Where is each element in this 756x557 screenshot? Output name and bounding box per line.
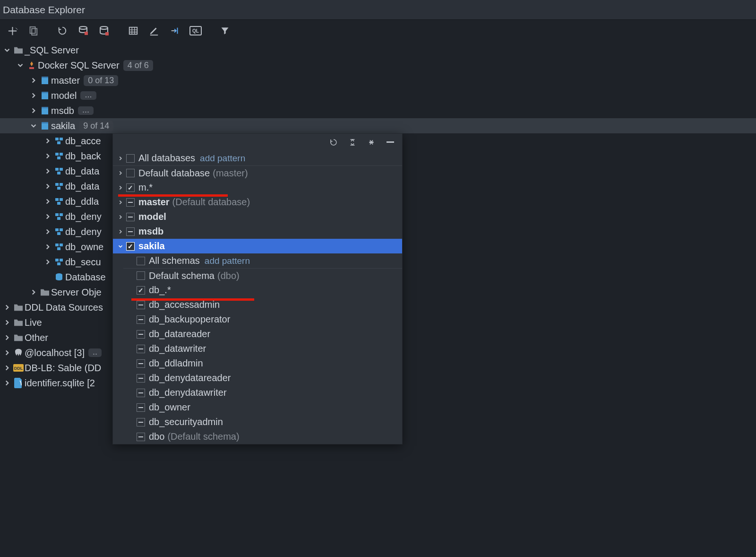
tree-node-model[interactable]: model ... (0, 88, 756, 103)
schema-icon (53, 212, 65, 221)
popup-schema[interactable]: db_denydatareader (123, 371, 402, 385)
svg-rect-17 (55, 138, 59, 140)
tree-label: db_back (65, 151, 101, 162)
schema-icon (53, 152, 65, 160)
svg-rect-22 (57, 157, 60, 159)
popup-schema[interactable]: db_securityadmin (123, 415, 402, 429)
popup-default-database[interactable]: Default database (master) (113, 165, 402, 180)
checkbox-icon[interactable] (137, 286, 145, 295)
expand-all-button[interactable] (344, 135, 361, 149)
tree-node-docker[interactable]: Docker SQL Server 4 of 6 (0, 58, 756, 73)
tree-node-master[interactable]: master 0 of 13 (0, 73, 756, 88)
svg-rect-20 (55, 153, 59, 156)
svg-rect-12 (42, 92, 48, 93)
popup-pattern-db[interactable]: db_.* (123, 283, 402, 297)
svg-rect-13 (42, 108, 48, 114)
checkbox-icon[interactable] (126, 242, 135, 251)
checkbox-icon[interactable] (126, 227, 135, 236)
checkbox-icon[interactable] (137, 389, 145, 397)
tree-node-sql-server-group[interactable]: _SQL Server (0, 43, 756, 58)
popup-db-model[interactable]: model (113, 209, 402, 224)
tree-label: Other (25, 332, 48, 343)
checkbox-icon[interactable] (137, 433, 145, 441)
checkbox-icon[interactable] (137, 330, 145, 339)
tree-label: db_deny (65, 226, 102, 237)
checkbox-icon[interactable] (137, 257, 145, 265)
popup-db-master[interactable]: master (Default database) (113, 195, 402, 209)
filter-button[interactable] (215, 21, 234, 40)
popup-schema-dbo[interactable]: dbo(Default schema) (123, 429, 402, 444)
svg-rect-24 (60, 168, 63, 171)
popup-all-schemas[interactable]: All schemas add pattern (123, 253, 402, 268)
svg-rect-43 (57, 262, 60, 265)
svg-rect-6 (129, 27, 137, 35)
tree-label: db_data (65, 166, 99, 177)
popup-label: db_backupoperator (149, 314, 230, 325)
popup-schema[interactable]: db_datareader (123, 327, 402, 341)
svg-rect-14 (42, 107, 48, 108)
folder-icon (12, 303, 25, 312)
deactivate-button[interactable] (94, 21, 113, 40)
panel-title: Database Explorer (0, 0, 756, 20)
duplicate-button[interactable] (24, 21, 43, 40)
popup-schema[interactable]: db_denydatawriter (123, 385, 402, 400)
tree-node-sakila[interactable]: sakila 9 of 14 (0, 118, 756, 133)
checkbox-icon[interactable] (126, 198, 135, 207)
count-badge: 0 of 13 (84, 75, 118, 86)
popup-label: Default schema (149, 270, 215, 281)
edit-button[interactable] (145, 21, 163, 40)
popup-default-schema[interactable]: Default schema (dbo) (123, 268, 402, 283)
checkbox-icon[interactable] (137, 345, 145, 353)
checkbox-icon[interactable] (137, 301, 145, 309)
popup-label: Default database (138, 168, 210, 179)
refresh-button[interactable] (53, 21, 72, 40)
collapse-all-button[interactable] (363, 135, 379, 149)
svg-rect-27 (60, 183, 63, 186)
checkbox-icon[interactable] (137, 374, 145, 383)
checkbox-icon[interactable] (137, 418, 145, 426)
popup-all-databases[interactable]: All databases add pattern (113, 151, 402, 165)
tree-label: db_acce (65, 136, 101, 147)
popup-label: db_denydatawriter (149, 387, 227, 398)
svg-rect-37 (57, 232, 60, 235)
svg-rect-35 (55, 228, 59, 231)
schema-icon (53, 137, 65, 145)
popup-label: master (138, 197, 170, 208)
popup-label: db_owner (149, 402, 190, 413)
popup-schema[interactable]: db_datawriter (123, 341, 402, 356)
add-pattern-link[interactable]: add pattern (200, 153, 245, 164)
tree-label: master (51, 75, 80, 86)
popup-schema[interactable]: db_owner (123, 400, 402, 415)
checkbox-icon[interactable] (126, 213, 135, 221)
stop-button[interactable] (74, 21, 93, 40)
popup-db-msdb[interactable]: msdb (113, 224, 402, 239)
popup-label: db_securityadmin (149, 417, 223, 427)
checkbox-icon[interactable] (137, 359, 145, 368)
checkbox-icon[interactable] (126, 183, 135, 192)
annotation-line (118, 194, 228, 197)
add-pattern-link[interactable]: add pattern (205, 256, 250, 266)
svg-rect-1 (32, 28, 37, 35)
svg-rect-23 (55, 168, 59, 171)
checkbox-icon[interactable] (137, 271, 145, 280)
popup-schema[interactable]: db_backupoperator (123, 312, 402, 327)
query-console-button[interactable]: QL (186, 21, 205, 40)
checkbox-icon[interactable] (137, 403, 145, 412)
checkbox-icon[interactable] (137, 315, 145, 324)
popup-schema[interactable]: db_ddladmin (123, 356, 402, 371)
tree-node-msdb[interactable]: msdb ... (0, 103, 756, 118)
checkbox-icon[interactable] (126, 169, 135, 177)
popup-db-sakila[interactable]: sakila (113, 239, 402, 253)
new-datasource-button[interactable] (3, 21, 22, 40)
refresh-button[interactable] (326, 135, 342, 149)
folder-icon (39, 288, 51, 296)
svg-rect-34 (57, 217, 60, 220)
tree-label: DB-LB: Sable (DD (25, 363, 101, 374)
schema-icon (53, 182, 65, 191)
table-view-button[interactable] (124, 21, 143, 40)
popup-pattern-m[interactable]: m.* (113, 180, 402, 195)
count-badge: 4 of 6 (123, 60, 153, 71)
checkbox-icon[interactable] (126, 154, 135, 163)
navigate-button[interactable] (165, 21, 184, 40)
minimize-button[interactable] (382, 135, 398, 149)
